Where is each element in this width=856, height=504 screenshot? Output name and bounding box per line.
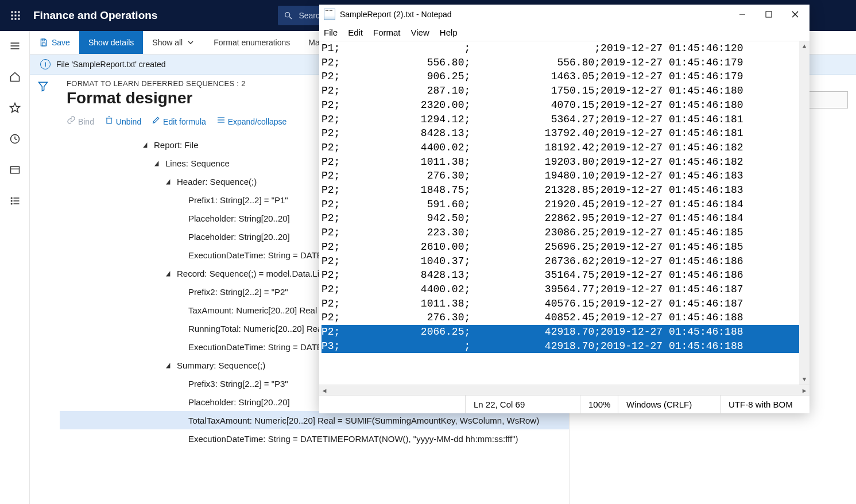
notepad-line: P2; 1294.12; 5364.27;2019-12-27 01:45:46… <box>322 113 809 127</box>
expand-icon <box>216 115 226 125</box>
tree-node-label: Placeholder: String[20..20] <box>185 214 290 223</box>
edit-formula-button[interactable]: Edit formula <box>152 115 206 126</box>
svg-rect-18 <box>10 166 19 173</box>
search-icon <box>284 11 293 20</box>
caret-icon[interactable]: ◢ <box>164 361 172 369</box>
notepad-menu[interactable]: FileEditFormatViewHelp <box>319 24 809 41</box>
scroll-right-icon[interactable]: ▶ <box>799 385 809 396</box>
horizontal-scrollbar[interactable]: ◀ ▶ <box>319 385 809 395</box>
waffle-icon[interactable] <box>0 0 31 31</box>
svg-rect-26 <box>42 39 45 41</box>
notepad-menu-item[interactable]: View <box>411 28 429 37</box>
tree-node[interactable]: TotalTaxAmount: Numeric[20..20] Real = S… <box>60 411 569 429</box>
map-label: Ma <box>308 38 319 47</box>
notepad-line: P2; 1011.38; 19203.80;2019-12-27 01:45:4… <box>322 155 809 169</box>
svg-marker-14 <box>10 103 20 113</box>
svg-point-24 <box>11 203 12 204</box>
unbind-label: Unbind <box>116 117 141 126</box>
scroll-left-icon[interactable]: ◀ <box>319 385 330 396</box>
status-position: Ln 22, Col 69 <box>465 396 580 413</box>
notepad-title: SampleReport (2).txt - Notepad <box>340 10 452 19</box>
tree-node-label: Lines: Sequence <box>162 158 230 168</box>
status-encoding: UTF-8 with BOM <box>720 396 809 413</box>
format-enum-button[interactable]: Format enumerations <box>204 31 299 54</box>
svg-rect-0 <box>11 11 13 13</box>
notepad-line: P2; 1848.75; 21328.85;2019-12-27 01:45:4… <box>322 183 809 197</box>
notepad-line: P2; 591.60; 21920.45;2019-12-27 01:45:46… <box>322 197 809 212</box>
home-icon[interactable] <box>7 69 23 85</box>
edit-formula-label: Edit formula <box>163 117 206 126</box>
tree-node-label: Prefix1: String[2..2] = "P1" <box>185 195 288 205</box>
notepad-line: P2; 1011.38; 40576.15;2019-12-27 01:45:4… <box>322 297 809 311</box>
notepad-menu-item[interactable]: File <box>324 28 338 37</box>
notepad-line: P2; 2066.25; 42918.70;2019-12-27 01:45:4… <box>322 325 809 339</box>
notepad-line: P2; 287.10; 1750.15;2019-12-27 01:45:46:… <box>322 84 809 98</box>
save-label: Save <box>52 38 70 47</box>
svg-marker-28 <box>39 82 48 91</box>
tree-node-label: Report: File <box>150 140 199 150</box>
svg-point-20 <box>11 197 12 199</box>
clock-icon[interactable] <box>7 131 23 147</box>
svg-rect-7 <box>15 18 17 20</box>
notepad-line: P2; 223.30; 23086.25;2019-12-27 01:45:46… <box>322 226 809 240</box>
tree-node-label: Header: Sequence(;) <box>173 177 257 187</box>
pencil-icon <box>152 115 161 125</box>
tree-node-label: Prefix3: String[2..2] = "P3" <box>185 379 288 389</box>
notepad-line: P2; 276.30; 19480.10;2019-12-27 01:45:46… <box>322 169 809 183</box>
list-icon[interactable] <box>7 193 23 209</box>
svg-rect-29 <box>107 118 111 123</box>
tree-node-label: Placeholder: String[20..20] <box>185 397 290 407</box>
star-icon[interactable] <box>7 100 23 116</box>
caret-icon[interactable]: ◢ <box>164 269 172 277</box>
notepad-menu-item[interactable]: Help <box>440 28 458 37</box>
tree-node[interactable]: ExecutionDateTime: String = DATETIMEFORM… <box>60 429 569 448</box>
tree-node-label: Placeholder: String[20..20] <box>185 232 290 242</box>
chevron-down-icon <box>186 38 195 47</box>
svg-rect-4 <box>15 15 17 17</box>
caret-icon[interactable]: ◢ <box>153 159 161 167</box>
save-button[interactable]: Save <box>30 31 79 54</box>
notepad-line: P2; 2320.00; 4070.15;2019-12-27 01:45:46… <box>322 98 809 113</box>
svg-point-22 <box>11 200 12 201</box>
notepad-line: P2; 8428.13; 13792.40;2019-12-27 01:45:4… <box>322 126 809 141</box>
expand-collapse-button[interactable]: Expand/collapse <box>216 115 287 126</box>
bind-label: Bind <box>78 117 94 126</box>
svg-rect-27 <box>42 43 45 46</box>
unbind-button[interactable]: Unbind <box>104 115 141 126</box>
minimize-button[interactable] <box>729 6 756 23</box>
app-title: Finance and Operations <box>31 9 157 22</box>
notepad-text-area[interactable]: ▲ ▼ P1; ; ;2019-12-27 01:45:46:120P2; 55… <box>319 41 809 385</box>
svg-rect-8 <box>18 18 20 20</box>
notepad-line: P2; 1040.37; 26736.62;2019-12-27 01:45:4… <box>322 254 809 269</box>
notepad-line: P2; 2610.00; 25696.25;2019-12-27 01:45:4… <box>322 240 809 254</box>
notepad-menu-item[interactable]: Edit <box>348 28 363 37</box>
notepad-line: P3; ; 42918.70;2019-12-27 01:45:46:188 <box>322 339 809 354</box>
workspace-icon[interactable] <box>7 162 23 178</box>
caret-icon[interactable]: ◢ <box>141 141 149 149</box>
notepad-window[interactable]: SampleReport (2).txt - Notepad FileEditF… <box>319 5 809 413</box>
vertical-scrollbar[interactable]: ▲ ▼ <box>799 41 809 385</box>
show-all-button[interactable]: Show all <box>143 31 204 54</box>
trash-icon <box>104 115 114 125</box>
svg-rect-5 <box>18 15 20 17</box>
hamburger-icon[interactable] <box>7 38 23 54</box>
format-enum-label: Format enumerations <box>214 38 290 47</box>
scroll-down-icon[interactable]: ▼ <box>799 374 809 385</box>
notepad-line: P2; 4400.02; 39564.77;2019-12-27 01:45:4… <box>322 282 809 297</box>
tree-node-label: TotalTaxAmount: Numeric[20..20] Real = S… <box>185 416 539 425</box>
maximize-button[interactable] <box>756 6 782 23</box>
expand-label: Expand/collapse <box>228 117 287 126</box>
scroll-up-icon[interactable]: ▲ <box>799 41 809 52</box>
svg-rect-40 <box>766 11 772 17</box>
notepad-line: P2; 942.50; 22862.95;2019-12-27 01:45:46… <box>322 211 809 226</box>
svg-line-10 <box>289 17 292 19</box>
caret-icon[interactable]: ◢ <box>164 177 172 185</box>
notepad-icon <box>324 9 335 20</box>
show-details-label: Show details <box>88 38 134 47</box>
notepad-menu-item[interactable]: Format <box>373 28 401 37</box>
show-all-label: Show all <box>152 38 183 47</box>
filter-icon[interactable] <box>37 80 49 92</box>
show-details-button[interactable]: Show details <box>79 31 143 54</box>
bind-button[interactable]: Bind <box>67 115 94 126</box>
close-button[interactable] <box>782 6 808 23</box>
